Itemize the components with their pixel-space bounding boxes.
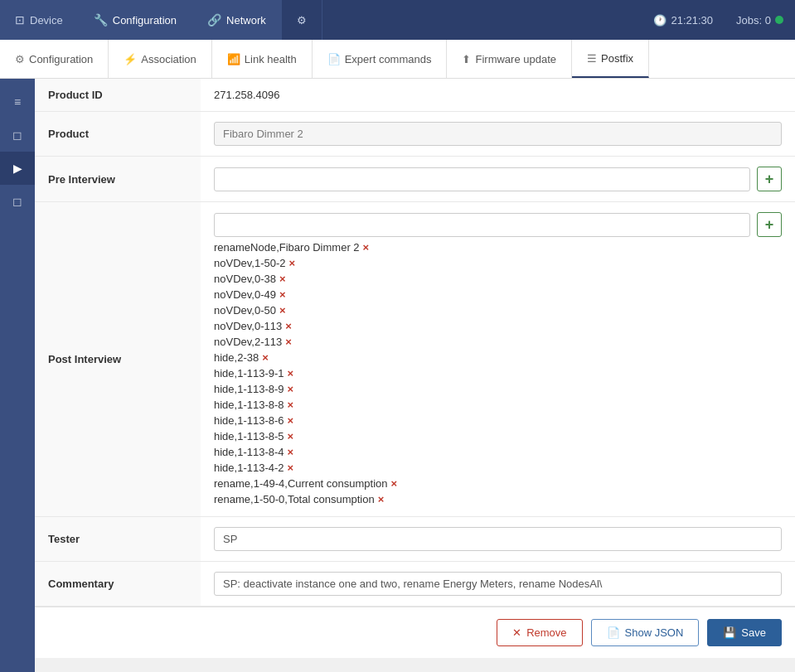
tag-remove-button[interactable]: × xyxy=(288,414,294,427)
json-icon: 📄 xyxy=(607,626,620,639)
tag-remove-button[interactable]: × xyxy=(288,462,294,474)
product-id-row: Product ID 271.258.4096 xyxy=(35,79,795,112)
nav-network-label: Network xyxy=(226,14,266,27)
tag-remove-button[interactable]: × xyxy=(288,446,294,458)
tag-text: noVDev,0-50 xyxy=(214,304,276,317)
tag-remove-button[interactable]: × xyxy=(288,257,295,269)
nav-time-value: 21:21:30 xyxy=(671,14,713,27)
tester-row: Tester xyxy=(35,517,795,562)
tag-text: renameNode,Fibaro Dimmer 2 xyxy=(214,241,360,254)
show-json-button[interactable]: 📄 Show JSON xyxy=(591,619,700,646)
tag-text: hide,1-113-8-5 xyxy=(214,430,284,442)
commentary-label: Commentary xyxy=(35,562,201,607)
tag-remove-button[interactable]: × xyxy=(285,320,292,332)
network-icon: 🔗 xyxy=(207,13,221,27)
nav-item-device[interactable]: ⊡ Device xyxy=(0,0,79,40)
post-interview-add-button[interactable]: + xyxy=(757,212,782,237)
tag-text: noVDev,1-50-2 xyxy=(214,257,285,269)
sidebar-item-4[interactable]: ◻ xyxy=(0,185,35,218)
tag-remove-button[interactable]: × xyxy=(285,336,292,348)
tag-remove-button[interactable]: × xyxy=(279,288,286,301)
tab-firmware-update[interactable]: ⬆ Firmware update xyxy=(447,40,572,78)
tag-text: noVDev,2-113 xyxy=(214,336,282,348)
show-json-label: Show JSON xyxy=(625,626,684,639)
tab-postfix[interactable]: ☰ Postfix xyxy=(572,40,649,78)
tag-remove-button[interactable]: × xyxy=(288,430,294,442)
product-input[interactable] xyxy=(214,122,782,146)
firmware-tab-icon: ⬆ xyxy=(462,53,471,65)
nav-item-configuration[interactable]: 🔧 Configuration xyxy=(79,0,192,40)
config-tab-icon: ⚙ xyxy=(15,53,25,65)
nav-item-settings[interactable]: ⚙ xyxy=(282,0,322,40)
sidebar-item-1[interactable]: ≡ xyxy=(0,85,35,118)
commentary-input[interactable] xyxy=(214,572,782,596)
tag-remove-button[interactable]: × xyxy=(262,351,269,364)
tab-configuration[interactable]: ⚙ Configuration xyxy=(0,40,109,78)
form-table: Product ID 271.258.4096 Product Pre Inte… xyxy=(35,79,795,607)
pre-interview-input[interactable] xyxy=(214,167,750,191)
tester-label: Tester xyxy=(35,517,201,562)
tab-association-label: Association xyxy=(141,53,196,65)
tester-input[interactable] xyxy=(214,527,782,551)
link-health-tab-icon: 📶 xyxy=(227,53,240,65)
tab-association[interactable]: ⚡ Association xyxy=(109,40,211,78)
tag-remove-button[interactable]: × xyxy=(363,241,370,254)
product-id-value: 271.258.4096 xyxy=(214,85,280,101)
tag-remove-button[interactable]: × xyxy=(288,367,294,380)
pre-interview-label: Pre Interview xyxy=(35,157,201,202)
content-wrapper: Product ID 271.258.4096 Product Pre Inte… xyxy=(35,79,795,672)
tag-item: hide,1-113-8-5× xyxy=(214,429,782,443)
tag-text: hide,1-113-8-6 xyxy=(214,414,284,427)
tag-remove-button[interactable]: × xyxy=(288,399,294,411)
tag-item: hide,1-113-4-2× xyxy=(214,461,782,475)
clock-icon: 🕐 xyxy=(653,14,667,27)
save-button[interactable]: 💾 Save xyxy=(707,619,782,646)
tab-expert-commands[interactable]: 📄 Expert commands xyxy=(313,40,448,78)
pre-interview-add-button[interactable]: + xyxy=(757,167,782,191)
expert-commands-tab-icon: 📄 xyxy=(327,53,341,65)
tag-text: rename,1-49-4,Current consumption xyxy=(214,477,388,490)
top-navigation: ⊡ Device 🔧 Configuration 🔗 Network ⚙ 🕐 2… xyxy=(0,0,795,40)
remove-button[interactable]: ✕ Remove xyxy=(497,619,582,646)
nav-configuration-label: Configuration xyxy=(113,14,177,27)
tag-item: hide,1-113-8-8× xyxy=(214,398,782,412)
nav-device-label: Device xyxy=(30,14,63,27)
product-row: Product xyxy=(35,112,795,157)
post-interview-label: Post Interview xyxy=(35,202,201,517)
tag-item: noVDev,0-50× xyxy=(214,303,782,317)
tag-remove-button[interactable]: × xyxy=(279,273,286,285)
pre-interview-input-group: + xyxy=(214,167,782,191)
nav-spacer xyxy=(322,0,642,40)
page-wrapper: ≡ ◻ ▶ ◻ Product ID 271.258.4096 Product xyxy=(0,79,795,672)
tag-item: noVDev,0-113× xyxy=(214,319,782,333)
tab-configuration-label: Configuration xyxy=(29,53,93,65)
tag-remove-button[interactable]: × xyxy=(378,493,385,505)
tag-item: hide,1-113-8-6× xyxy=(214,413,782,428)
jobs-status-dot xyxy=(775,16,783,24)
tag-item: noVDev,0-38× xyxy=(214,272,782,286)
nav-item-network[interactable]: 🔗 Network xyxy=(192,0,282,40)
tag-item: hide,1-113-9-1× xyxy=(214,366,782,380)
tag-item: hide,1-113-8-4× xyxy=(214,445,782,459)
jobs-label: Jobs: 0 xyxy=(736,14,771,27)
nav-time-display: 🕐 21:21:30 xyxy=(642,0,725,40)
tag-text: noVDev,0-38 xyxy=(214,273,276,285)
tag-text: hide,1-113-8-4 xyxy=(214,446,284,458)
sidebar-item-3[interactable]: ▶ xyxy=(0,152,35,185)
tag-remove-button[interactable]: × xyxy=(288,383,294,395)
remove-label: Remove xyxy=(526,626,566,639)
tab-expert-commands-label: Expert commands xyxy=(345,53,432,65)
association-tab-icon: ⚡ xyxy=(124,53,137,65)
tab-link-health[interactable]: 📶 Link health xyxy=(212,40,313,78)
post-interview-input[interactable] xyxy=(214,213,750,237)
tag-remove-button[interactable]: × xyxy=(391,477,398,490)
tag-item: noVDev,2-113× xyxy=(214,335,782,349)
tab-postfix-label: Postfix xyxy=(601,52,633,65)
wrench-icon: 🔧 xyxy=(94,13,108,27)
main-content: Product ID 271.258.4096 Product Pre Inte… xyxy=(35,79,795,658)
tag-remove-button[interactable]: × xyxy=(279,304,286,317)
tag-item: rename,1-50-0,Total consumption× xyxy=(214,492,782,506)
sidebar-item-2[interactable]: ◻ xyxy=(0,118,35,152)
settings-gear-icon: ⚙ xyxy=(297,14,307,27)
tag-item: renameNode,Fibaro Dimmer 2× xyxy=(214,240,782,254)
